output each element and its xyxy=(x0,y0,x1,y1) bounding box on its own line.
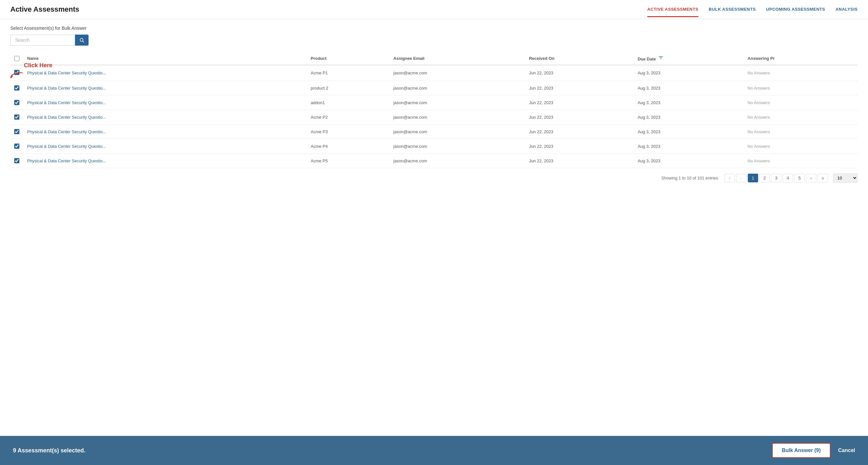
row-answering-progress: No Answers xyxy=(744,154,858,168)
search-button[interactable] xyxy=(75,35,89,46)
header-nav: ACTIVE ASSESSMENTS BULK ASSESSMENTS UPCO… xyxy=(647,7,858,17)
footer-selected-label: 9 Assessment(s) selected. xyxy=(13,447,85,454)
arrow-icon xyxy=(10,71,24,81)
click-here-label: Click Here xyxy=(24,62,52,69)
row-product: addon1 xyxy=(307,95,390,110)
table-row: Physical & Data Center Security Questio.… xyxy=(10,110,858,124)
pagination-page-1[interactable]: 1 xyxy=(748,174,758,182)
tab-upcoming-assessments[interactable]: UPCOMING ASSESSMENTS xyxy=(766,7,825,17)
main-content: Select Assessment(s) for Bulk Answer xyxy=(0,19,868,436)
header-answering-progress: Answering Pr xyxy=(744,52,858,65)
page-wrapper: Active Assessments ACTIVE ASSESSMENTS BU… xyxy=(0,0,868,465)
row-due-date: Aug 3, 2023 xyxy=(634,110,744,124)
row-product: Acme P1 xyxy=(307,65,390,81)
row-received-on: Jun 22, 2023 xyxy=(525,154,634,168)
table-row: Click HerePhysical & Data Center Securit… xyxy=(10,65,858,81)
table-row: Physical & Data Center Security Questio.… xyxy=(10,124,858,139)
row-name[interactable]: Physical & Data Center Security Questio.… xyxy=(23,110,307,124)
header-due-date: Due Date xyxy=(634,52,744,65)
row-answering-progress: No Answers xyxy=(744,81,858,95)
row-assignee-email: jason@acme.com xyxy=(390,124,525,139)
pagination-page-3[interactable]: 3 xyxy=(771,174,781,182)
assessments-table: Name Product Assignee Email Received On … xyxy=(10,52,858,168)
row-received-on: Jun 22, 2023 xyxy=(525,139,634,154)
search-bar xyxy=(10,35,858,46)
row-assignee-email: jason@acme.com xyxy=(390,81,525,95)
row-received-on: Jun 22, 2023 xyxy=(525,65,634,81)
table-wrapper: Name Product Assignee Email Received On … xyxy=(10,52,858,168)
row-received-on: Jun 22, 2023 xyxy=(525,81,634,95)
header-received-on: Received On xyxy=(525,52,634,65)
row-received-on: Jun 22, 2023 xyxy=(525,124,634,139)
row-checkbox[interactable] xyxy=(14,114,20,120)
table-row: Physical & Data Center Security Questio.… xyxy=(10,95,858,110)
pagination-bar: Showing 1 to 10 of 101 entries « ‹ 1 2 3… xyxy=(10,168,858,188)
header-checkbox-col xyxy=(10,52,23,65)
table-header-row: Name Product Assignee Email Received On … xyxy=(10,52,858,65)
row-checkbox-cell: Click Here xyxy=(10,65,23,81)
row-assignee-email: jason@acme.com xyxy=(390,110,525,124)
row-name[interactable]: Physical & Data Center Security Questio.… xyxy=(23,81,307,95)
pagination-page-5[interactable]: 5 xyxy=(794,174,805,182)
tab-bulk-assessments[interactable]: BULK ASSESSMENTS xyxy=(709,7,755,17)
row-assignee-email: jason@acme.com xyxy=(390,139,525,154)
row-checkbox[interactable] xyxy=(14,158,20,163)
per-page-select[interactable]: 10 25 50 100 xyxy=(833,173,858,183)
footer-bar: 9 Assessment(s) selected. Bulk Answer (9… xyxy=(0,436,868,465)
table-row: Physical & Data Center Security Questio.… xyxy=(10,81,858,95)
pagination-first[interactable]: « xyxy=(724,174,735,182)
svg-line-1 xyxy=(83,41,84,42)
row-checkbox-cell xyxy=(10,81,23,95)
row-checkbox[interactable] xyxy=(14,85,20,91)
row-answering-progress: No Answers xyxy=(744,95,858,110)
row-name[interactable]: Physical & Data Center Security Questio.… xyxy=(23,65,307,81)
row-checkbox-cell xyxy=(10,139,23,154)
row-name[interactable]: Physical & Data Center Security Questio.… xyxy=(23,124,307,139)
row-checkbox-cell xyxy=(10,154,23,168)
header: Active Assessments ACTIVE ASSESSMENTS BU… xyxy=(0,0,868,19)
pagination-info: Showing 1 to 10 of 101 entries xyxy=(661,176,718,180)
row-checkbox[interactable] xyxy=(14,129,20,134)
tab-analysis[interactable]: ANALYSIS xyxy=(835,7,858,17)
header-name: Name xyxy=(23,52,307,65)
row-received-on: Jun 22, 2023 xyxy=(525,110,634,124)
row-checkbox[interactable] xyxy=(14,144,20,149)
row-name[interactable]: Physical & Data Center Security Questio.… xyxy=(23,139,307,154)
table-body: Click HerePhysical & Data Center Securit… xyxy=(10,65,858,168)
bulk-answer-button[interactable]: Bulk Answer (9) xyxy=(772,443,830,458)
row-due-date: Aug 3, 2023 xyxy=(634,154,744,168)
row-checkbox-cell xyxy=(10,95,23,110)
footer-actions: Bulk Answer (9) Cancel xyxy=(772,443,855,458)
select-all-checkbox[interactable] xyxy=(14,56,20,61)
pagination-prev[interactable]: ‹ xyxy=(736,174,746,182)
row-product: Acme P5 xyxy=(307,154,390,168)
row-product: Acme P3 xyxy=(307,124,390,139)
row-assignee-email: jason@acme.com xyxy=(390,65,525,81)
search-icon xyxy=(79,37,84,43)
pagination-next[interactable]: › xyxy=(806,174,816,182)
search-input[interactable] xyxy=(10,35,75,46)
section-label: Select Assessment(s) for Bulk Answer xyxy=(10,26,858,31)
row-due-date: Aug 3, 2023 xyxy=(634,65,744,81)
row-answering-progress: No Answers xyxy=(744,139,858,154)
tab-active-assessments[interactable]: ACTIVE ASSESSMENTS xyxy=(647,7,699,17)
row-name[interactable]: Physical & Data Center Security Questio.… xyxy=(23,154,307,168)
pagination-page-2[interactable]: 2 xyxy=(760,174,770,182)
row-name[interactable]: Physical & Data Center Security Questio.… xyxy=(23,95,307,110)
row-assignee-email: jason@acme.com xyxy=(390,154,525,168)
row-checkbox[interactable] xyxy=(14,100,20,105)
row-product: product 2 xyxy=(307,81,390,95)
header-assignee-email: Assignee Email xyxy=(390,52,525,65)
sort-icon[interactable] xyxy=(658,55,663,60)
pagination-page-4[interactable]: 4 xyxy=(783,174,793,182)
row-product: Acme P2 xyxy=(307,110,390,124)
table-row: Physical & Data Center Security Questio.… xyxy=(10,154,858,168)
row-due-date: Aug 3, 2023 xyxy=(634,95,744,110)
row-due-date: Aug 3, 2023 xyxy=(634,124,744,139)
table-row: Physical & Data Center Security Questio.… xyxy=(10,139,858,154)
cancel-button[interactable]: Cancel xyxy=(838,447,855,453)
page-title: Active Assessments xyxy=(10,5,79,19)
row-answering-progress: No Answers xyxy=(744,65,858,81)
pagination-last[interactable]: » xyxy=(817,174,828,182)
header-product: Product xyxy=(307,52,390,65)
